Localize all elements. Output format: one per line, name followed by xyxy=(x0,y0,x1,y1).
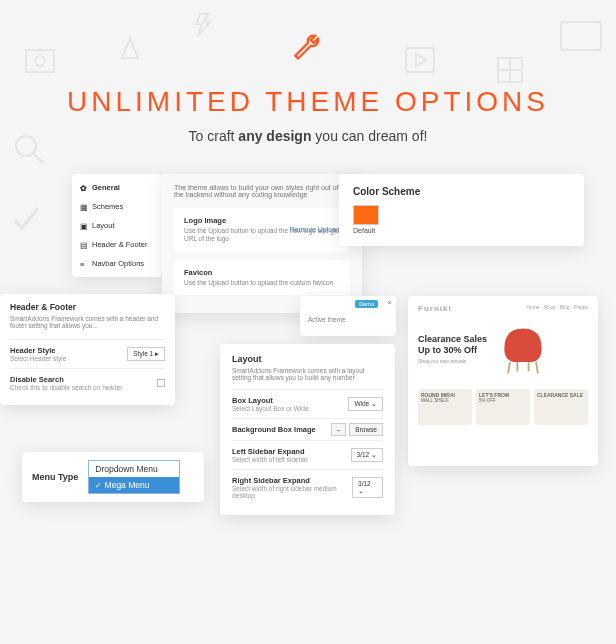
wrench-icon xyxy=(20,30,596,74)
page-subtitle: To craft any design you can dream of! xyxy=(20,128,596,144)
layout-panel: Layout SmartAddons Framework comes with … xyxy=(220,344,395,515)
themes-strip: × Demo Active theme xyxy=(300,296,396,336)
layout-icon: ▣ xyxy=(80,222,88,230)
promo-tile[interactable]: ROUND MIRAIWALL SHELF xyxy=(418,389,472,425)
sidebar-item-navbar[interactable]: ≡Navbar Options xyxy=(72,254,162,273)
gear-icon: ✿ xyxy=(80,184,88,192)
header-style-select[interactable]: Style 1 ▸ xyxy=(127,347,165,361)
disable-search-checkbox[interactable] xyxy=(157,379,165,387)
menu-option-dropdown[interactable]: Dropdown Menu xyxy=(89,461,179,477)
header-footer-panel: Header & Footer SmartAddons Framework co… xyxy=(0,294,175,405)
header-style-row: Header StyleSelect Header style Style 1 … xyxy=(10,339,165,368)
site-preview: Furniki Home · Shop · Blog · Pages Clear… xyxy=(408,296,598,466)
site-logo: Furniki xyxy=(418,304,452,313)
menu-type-label: Menu Type xyxy=(32,472,78,482)
grid-icon: ▦ xyxy=(80,203,88,211)
promo-tile[interactable]: LET'S FROM5% OFF xyxy=(476,389,530,425)
settings-intro: The theme allows to build your own style… xyxy=(174,184,350,198)
swatch-label: Default xyxy=(353,227,570,234)
menu-type-panel: Menu Type Dropdown Menu Mega Menu xyxy=(22,452,204,502)
settings-panel: The theme allows to build your own style… xyxy=(162,174,362,313)
header-icon: ▤ xyxy=(80,241,88,249)
page-title: UNLIMITED THEME OPTIONS xyxy=(20,86,596,118)
disable-search-row: Disable SearchCheck this to disable sear… xyxy=(10,368,165,397)
favicon-section: Favicon Use the Upload button to upload … xyxy=(174,260,350,295)
sidebar-item-layout[interactable]: ▣Layout xyxy=(72,216,162,235)
chair-image xyxy=(495,321,551,377)
sidebar-nav: ✿General ▦Schemes ▣Layout ▤Header & Foot… xyxy=(72,174,162,277)
demo-tag: Demo xyxy=(355,300,378,308)
left-sidebar-select[interactable]: 3/12 ⌄ xyxy=(351,448,383,462)
sidebar-item-schemes[interactable]: ▦Schemes xyxy=(72,197,162,216)
right-sidebar-select[interactable]: 3/12 ⌄ xyxy=(352,477,383,498)
color-scheme-title: Color Scheme xyxy=(353,186,570,197)
sidebar-item-header-footer[interactable]: ▤Header & Footer xyxy=(72,235,162,254)
sidebar-item-general[interactable]: ✿General xyxy=(72,178,162,197)
box-layout-select[interactable]: Wide ⌄ xyxy=(348,397,383,411)
menu-type-dropdown[interactable]: Dropdown Menu Mega Menu xyxy=(88,460,180,494)
menu-icon: ≡ xyxy=(80,260,88,268)
browse-button[interactable]: Browse xyxy=(349,423,383,436)
color-scheme-panel: Color Scheme Default xyxy=(339,174,584,246)
logo-section: Logo Image Use the Upload button to uplo… xyxy=(174,208,350,252)
menu-option-mega[interactable]: Mega Menu xyxy=(89,477,179,493)
close-icon[interactable]: × xyxy=(387,298,392,307)
color-swatch[interactable] xyxy=(353,205,379,225)
promo-tile[interactable]: CLEARANCE SALE xyxy=(534,389,588,425)
